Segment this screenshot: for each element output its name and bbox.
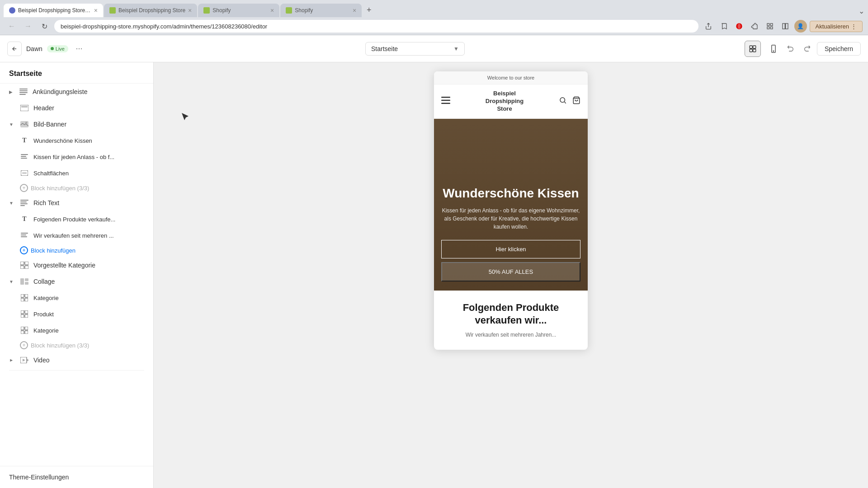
bookmark-icon[interactable] <box>717 20 730 33</box>
store-hamburger-icon[interactable] <box>441 97 450 106</box>
store-cart-icon[interactable] <box>572 96 580 107</box>
rich-text-add-block-button[interactable]: + Block hinzufügen <box>0 244 153 257</box>
browser-addressbar: ← → ↻ 👤 Aktualisieren <box>0 17 868 35</box>
address-bar[interactable] <box>54 20 698 33</box>
svg-rect-8 <box>750 46 752 48</box>
svg-rect-35 <box>25 262 28 265</box>
svg-rect-42 <box>25 294 28 297</box>
sidebar-item-rich-text-title[interactable]: T Folgenden Produkte verkaufe... <box>0 211 153 227</box>
sidebar-item-collage-produkt[interactable]: Produkt <box>0 306 153 322</box>
collage-add-block-button[interactable]: + Block hinzufügen (3/3) <box>0 338 153 352</box>
sidebar-item-bild-banner[interactable]: ▼ Bild-Banner <box>0 116 153 132</box>
theme-name-label: Dawn <box>26 45 42 52</box>
sidebar-title: Startseite <box>0 62 153 84</box>
hero-title: Wunderschöne Kissen <box>441 185 580 201</box>
more-options-button[interactable]: ··· <box>73 42 85 55</box>
browser-tab-1[interactable]: Beispiel Dropshipping Store ·... × <box>4 4 103 17</box>
hero-primary-button[interactable]: Hier klicken <box>441 240 580 258</box>
preview-area: Welcome to our store BeispielDropshippin… <box>154 62 868 488</box>
svg-rect-23 <box>21 156 26 157</box>
theme-settings-link[interactable]: Theme-Einstellungen <box>0 466 153 488</box>
sections-view-button[interactable] <box>745 41 761 57</box>
svg-rect-44 <box>25 298 28 301</box>
section-subtitle: Wir verkaufen seit mehreren Jahren... <box>441 331 580 339</box>
sidebar-item-rich-text[interactable]: ▼ Rich Text <box>0 195 153 211</box>
new-tab-button[interactable]: + <box>363 4 375 16</box>
svg-rect-16 <box>19 92 28 93</box>
back-button[interactable]: ← <box>5 20 18 33</box>
sidebar-item-label-collage-produkt: Produkt <box>33 311 144 318</box>
sidebar-item-bild-banner-subtitle[interactable]: Kissen für jeden Anlass - ob f... <box>0 149 153 165</box>
update-button[interactable]: Aktualisieren ⋮ <box>810 21 863 32</box>
sidebar-item-label-schaltflaechen: Schaltflächen <box>33 170 144 177</box>
forward-button[interactable]: → <box>22 20 34 33</box>
svg-rect-37 <box>25 266 28 269</box>
mobile-preview-button[interactable] <box>766 42 781 56</box>
svg-rect-30 <box>20 205 25 206</box>
store-search-icon[interactable] <box>559 96 567 107</box>
browser-tab-4[interactable]: Shopify × <box>280 4 362 17</box>
sidebar-item-collage[interactable]: ▼ Collage <box>0 273 153 290</box>
live-status-badge: Live <box>47 45 68 52</box>
browser-tab-2[interactable]: Beispiel Dropshipping Store × <box>104 4 197 17</box>
undo-button[interactable] <box>784 42 797 55</box>
category-small-icon-2 <box>20 326 29 335</box>
split-icon[interactable] <box>779 20 792 33</box>
rich-text-expand-icon: ▼ <box>9 201 14 206</box>
grid-icon[interactable] <box>764 20 776 33</box>
svg-rect-27 <box>20 200 28 201</box>
svg-rect-22 <box>21 154 28 155</box>
svg-rect-56 <box>441 100 450 101</box>
update-chevron-icon: ⋮ <box>851 23 857 30</box>
tab-close-2[interactable]: × <box>188 7 192 14</box>
sidebar-item-rich-text-subtitle[interactable]: Wir verkaufen seit mehreren ... <box>0 227 153 244</box>
add-block-label-3: Block hinzufügen (3/3) <box>31 342 89 349</box>
bild-banner-add-block-button[interactable]: + Block hinzufügen (3/3) <box>0 181 153 195</box>
sidebar-item-bild-banner-title[interactable]: T Wunderschöne Kissen <box>0 132 153 149</box>
svg-rect-39 <box>25 278 28 281</box>
sidebar-item-collage-kategorie-1[interactable]: Kategorie <box>0 290 153 306</box>
svg-rect-15 <box>19 90 28 91</box>
refresh-button[interactable]: ↻ <box>38 20 51 33</box>
tab-close-3[interactable]: × <box>270 7 274 14</box>
profile-avatar[interactable]: 👤 <box>794 20 807 33</box>
tab-favicon-3 <box>203 7 210 14</box>
share-icon[interactable] <box>702 20 715 33</box>
page-selector-dropdown[interactable]: Startseite ▼ <box>365 42 465 56</box>
category-small-icon-1 <box>20 293 29 302</box>
opera-icon[interactable] <box>733 20 745 33</box>
store-header-icons <box>559 96 580 107</box>
svg-rect-46 <box>25 310 28 314</box>
svg-rect-41 <box>21 294 24 297</box>
tab-dropdown-button[interactable]: ⌄ <box>859 7 864 15</box>
svg-rect-28 <box>20 202 27 202</box>
add-block-plus-icon-2: + <box>20 246 28 254</box>
page-selector-label: Startseite <box>371 45 398 52</box>
sidebar-item-header[interactable]: Header <box>0 100 153 116</box>
product-icon <box>20 310 29 319</box>
back-to-themes-button[interactable] <box>7 42 22 56</box>
sidebar-item-collage-kategorie-2[interactable]: Kategorie <box>0 322 153 338</box>
svg-rect-32 <box>21 235 26 235</box>
sidebar-item-schaltflaechen[interactable]: Schaltflächen <box>0 165 153 181</box>
save-button[interactable]: Speichern <box>817 42 861 56</box>
extensions-icon[interactable] <box>748 20 761 33</box>
svg-point-21 <box>25 122 27 124</box>
svg-rect-45 <box>21 310 24 314</box>
browser-actions: 👤 Aktualisieren ⋮ <box>702 20 863 33</box>
sidebar-item-video[interactable]: ▼ Video <box>0 352 153 368</box>
redo-button[interactable] <box>801 42 813 55</box>
sidebar-item-vorgestellte-kategorie[interactable]: Vorgestellte Kategorie <box>0 257 153 273</box>
sidebar-item-ankuendigungsleiste[interactable]: ▶ Ankündigungsleiste <box>0 84 153 100</box>
tab-close-4[interactable]: × <box>353 7 356 14</box>
text-lines-icon-1 <box>20 152 29 161</box>
hero-secondary-button[interactable]: 50% AUF ALLES <box>441 262 580 282</box>
expand-arrow-icon: ▶ <box>9 89 13 94</box>
tab-close-1[interactable]: × <box>94 7 98 14</box>
hero-banner: Wunderschöne Kissen Kissen für jeden Anl… <box>434 119 588 291</box>
svg-rect-40 <box>25 282 28 285</box>
browser-tab-3[interactable]: Shopify × <box>198 4 279 17</box>
tab-favicon-4 <box>286 7 292 14</box>
video-expand-icon: ▼ <box>9 358 14 362</box>
svg-rect-19 <box>21 106 28 108</box>
